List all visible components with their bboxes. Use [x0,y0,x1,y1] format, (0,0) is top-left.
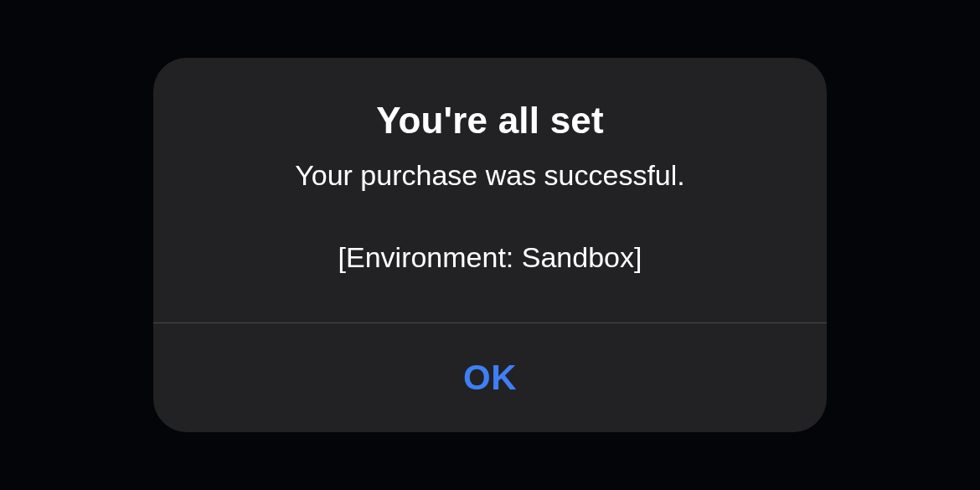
ok-button[interactable]: OK [153,323,827,432]
alert-title: You're all set [187,100,793,142]
alert-environment-label: [Environment: Sandbox] [187,239,793,276]
purchase-success-alert: You're all set Your purchase was success… [153,58,827,432]
alert-body: You're all set Your purchase was success… [153,58,827,322]
ok-button-label: OK [463,358,517,398]
alert-message: Your purchase was successful. [187,157,793,193]
